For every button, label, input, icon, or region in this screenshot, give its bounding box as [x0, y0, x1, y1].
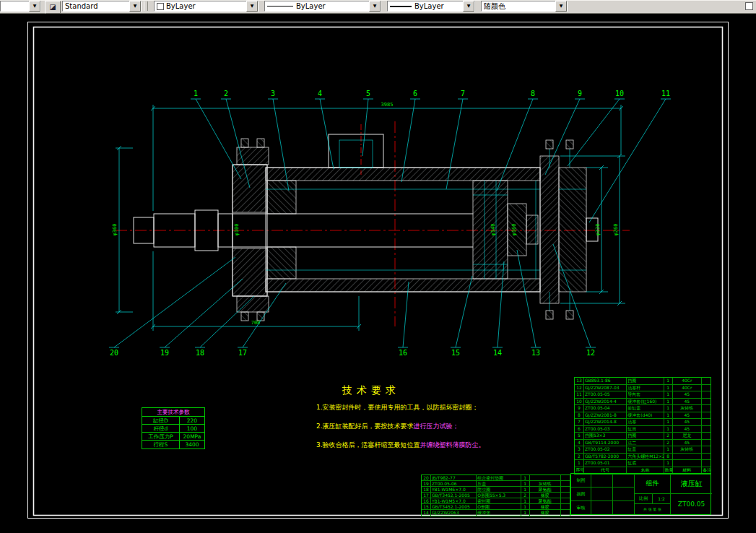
bom-cell — [702, 454, 711, 460]
bom-cell: 聚氨酯 — [530, 498, 562, 503]
bom-cell: 2 — [664, 440, 673, 446]
bom-cell: 10 — [575, 399, 584, 405]
bom-cell: GB/T3452.1-2005 — [431, 493, 477, 498]
bom-cell: 组合密封垫圈 — [477, 475, 521, 480]
bom-cell: 19 — [422, 481, 431, 486]
technical-requirements: 技术要求 1.安装密封件时，要使用专用的工具，以防损坏密封圈； 2.液压缸装配好… — [316, 384, 485, 459]
bom-cell: 12 — [575, 385, 584, 391]
linetype-dropdown-value: ByLayer — [296, 2, 369, 10]
sheet-count-cell: 共 张 第 张 — [635, 504, 671, 514]
bom-cell: 1 — [664, 419, 673, 425]
oil-port — [329, 134, 383, 168]
lineweight-line-icon — [390, 6, 412, 7]
bom-cell: 挡圈53×3 — [584, 433, 627, 439]
bom-cell: 1 — [664, 426, 673, 433]
title-block-date-field — [613, 474, 635, 488]
bom-cell: 缸筒 — [627, 426, 664, 433]
bom-row: 8GJ/ZZW2081-8缓冲套(d40)145 — [575, 412, 711, 420]
bom-cell: 11 — [575, 391, 584, 398]
scale-label-cell: 比例 — [635, 494, 653, 504]
title-block-sign-label: 描图 — [571, 488, 591, 501]
bom-cell — [530, 475, 562, 480]
balloon-leader — [517, 250, 536, 347]
lineweight-dropdown[interactable]: ByLayer ▼ — [387, 1, 475, 12]
chevron-down-icon[interactable]: ▼ — [246, 1, 258, 12]
technical-requirements-title: 技术要求 — [342, 384, 485, 397]
bom-cell: 挡圈 — [627, 433, 664, 439]
bom-row: 3ZT00.05-02缸盖1灰铸铁 — [575, 446, 711, 454]
title-block-sign-label: 制图 — [571, 474, 591, 488]
bom-cell: 6 — [575, 426, 584, 433]
chevron-down-icon[interactable]: ▼ — [369, 1, 381, 12]
title-block-sign-label: 审核 — [571, 501, 591, 514]
color-swatch-icon — [157, 3, 164, 10]
bom-cell: 导向套 — [627, 391, 664, 398]
bom-cell: 1 — [521, 498, 530, 503]
bom-cell: 45 — [673, 419, 703, 425]
title-block-date-field — [613, 488, 635, 501]
lineweight-dropdown-value: ByLayer — [414, 2, 463, 10]
chevron-down-icon[interactable]: ▼ — [129, 1, 141, 12]
toolbar-corner-button[interactable] — [745, 2, 753, 10]
bom-cell: 16 — [422, 498, 431, 503]
title-block-date-field — [613, 501, 635, 514]
bom-row: 13GB893.1-86挡圈140Cr — [575, 378, 711, 385]
bom-cell: 压盖 — [477, 481, 521, 486]
style-manager-button[interactable]: ◪ — [45, 1, 61, 14]
bom-row: 10GJ/ZZW2014-4缓冲套(缸160)145 — [575, 399, 711, 406]
balloon-label: 7 — [461, 90, 465, 98]
toolbar-grip[interactable] — [144, 1, 148, 11]
bom-cell — [702, 385, 711, 391]
bom-table-right: 13GB893.1-86挡圈140Cr12GJ/ZZW2087-03活塞杆140… — [574, 377, 711, 474]
chevron-down-icon[interactable]: ▼ — [555, 1, 567, 12]
chevron-down-icon[interactable]: ▼ — [463, 1, 474, 12]
balloon-label: 16 — [399, 349, 407, 357]
bom-cell: GB/T9114-2000 — [584, 440, 627, 446]
scale-value-cell: 1:2 — [653, 494, 671, 504]
chevron-down-icon[interactable]: ▼ — [29, 1, 40, 12]
bom-cell: JB/T982-77 — [431, 475, 477, 480]
parameters-table-title: 主要技术参数 — [142, 408, 204, 417]
balloon-leader — [589, 99, 666, 222]
balloon-label: 3 — [271, 90, 275, 98]
bom-cell: 45 — [673, 440, 703, 446]
plotstyle-dropdown[interactable]: 随颜色 ▼ — [481, 1, 568, 12]
balloon-label: 12 — [586, 349, 595, 357]
dimension-label: φ140 — [490, 224, 496, 236]
bom-cell: 密封圈 — [477, 498, 521, 503]
bom-cell: ZT00.05-06 — [431, 481, 477, 486]
bom-row: 7GJ/ZZW2014-8活塞145 — [575, 419, 711, 426]
bom-cell: 8 — [664, 454, 673, 460]
bom-cell: 缓冲垫 — [477, 510, 521, 516]
bom-cell — [561, 498, 570, 503]
balloon-label: 5 — [366, 90, 370, 98]
technical-requirement-item: 2.液压缸装配好后，要按技术要求进行压力试验； — [316, 422, 485, 431]
bom-cell — [702, 378, 711, 384]
bom-cell: 2 — [664, 433, 673, 439]
bom-cell — [702, 405, 711, 412]
parameters-table: 主要技术参数 缸径D220 杆径d100 工作压力P20MPa 行程S3400 — [142, 407, 205, 449]
bom-cell: ZT00.05-03 — [584, 426, 627, 433]
color-dropdown[interactable]: ByLayer ▼ — [154, 1, 258, 12]
bom-cell: YB1-W1M6×7.0 — [431, 487, 477, 492]
plotstyle-dropdown-value: 随颜色 — [484, 1, 555, 12]
style-dropdown[interactable]: Standard ▼ — [62, 1, 142, 12]
linetype-line-icon — [267, 6, 293, 6]
technical-requirement-item: 1.安装密封件时，要使用专用的工具，以防损坏密封圈； — [316, 403, 485, 412]
layer-dropdown[interactable]: ▼ — [0, 1, 41, 12]
dimension-label: φ260 — [613, 224, 619, 236]
balloon-label: 14 — [493, 349, 502, 357]
bom-row: 2GB/T5782-2000六角头螺栓M12×28 — [575, 454, 711, 461]
bom-cell — [561, 493, 570, 498]
bom-cell: 1 — [664, 385, 673, 391]
bom-row: 5挡圈53×3挡圈2尼龙 — [575, 433, 711, 440]
bom-cell: 1 — [664, 405, 673, 412]
bom-cell: 挡圈 — [627, 378, 664, 384]
bom-cell: ZT00.05-02 — [584, 446, 627, 453]
bom-cell — [561, 475, 570, 480]
bom-row: 18YB1-W1M6×7.0防尘圈1聚氨酯 — [422, 487, 570, 493]
linetype-dropdown[interactable]: ByLayer ▼ — [264, 1, 381, 12]
bom-row: 20JB/T982-77组合密封垫圈1 — [422, 475, 570, 481]
bom-cell: 3 — [575, 446, 584, 453]
style-dropdown-value: Standard — [65, 2, 129, 10]
